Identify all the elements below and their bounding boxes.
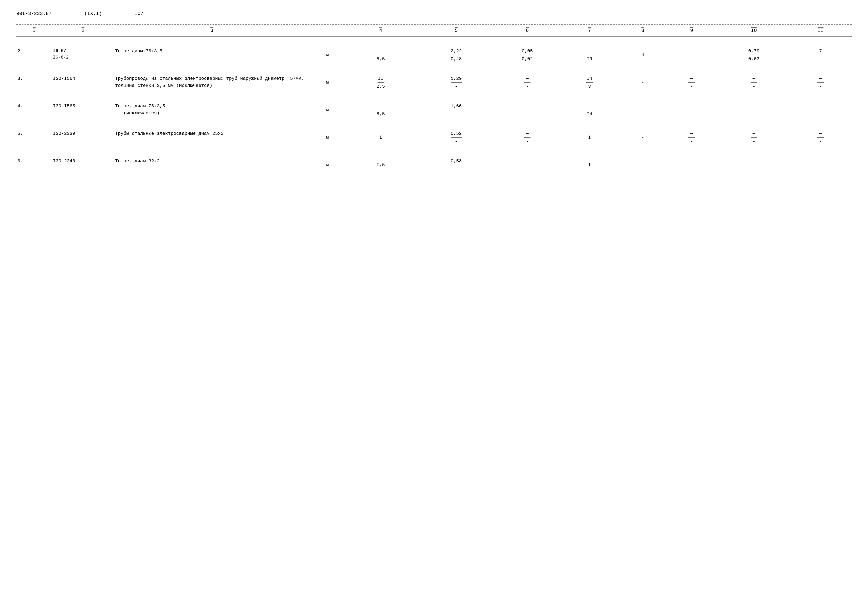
col-header-2: 2 xyxy=(52,25,114,36)
row-col4: — 8,5 xyxy=(345,46,416,64)
row-desc: То же, диам.76х3,5 (исключается) xyxy=(114,101,310,119)
row-col10: — - xyxy=(718,101,789,119)
row-col6: — - xyxy=(496,129,558,146)
row-col4: — 8,5 xyxy=(345,101,416,119)
row-col9: — - xyxy=(665,129,718,146)
row-num: 2 xyxy=(16,46,52,64)
row-col6: — - xyxy=(496,101,558,119)
page-header: 90I-3-233.87 (IX.I) I07 xyxy=(16,11,852,16)
row-num: 6. xyxy=(16,156,52,174)
row-col9: — - xyxy=(665,46,718,64)
row-col11: 7 - xyxy=(789,46,852,64)
row-col9: — - xyxy=(665,73,718,91)
col-header-9: 9 xyxy=(665,25,718,36)
row-code: I6-67I6-8-2 xyxy=(52,46,114,64)
col-header-10: IO xyxy=(718,25,789,36)
row-code: I30-I565 xyxy=(52,101,114,119)
section: (IX.I) xyxy=(84,11,102,16)
doc-number: 90I-3-233.87 xyxy=(16,11,52,16)
row-desc: Трубопроводы из стальных электросварных … xyxy=(114,73,310,91)
row-col7: I xyxy=(558,129,621,146)
row-code: I30-2340 xyxy=(52,156,114,174)
row-num: 5. xyxy=(16,129,52,146)
row-col5: 0,58 - xyxy=(416,156,496,174)
col-header-7: 7 xyxy=(558,25,621,36)
row-col8: 4 xyxy=(621,46,665,64)
row-col7: — I9 xyxy=(558,46,621,64)
col-header-1: I xyxy=(16,25,52,36)
main-table: I 2 3 4 5 6 7 8 9 IO II 2 I6-67I6-8-2 То… xyxy=(16,25,852,183)
row-col10: — - xyxy=(718,129,789,146)
page-number: I07 xyxy=(135,11,143,16)
row-col11: — - xyxy=(789,101,852,119)
col-header-11: II xyxy=(789,25,852,36)
row-col4: I xyxy=(345,129,416,146)
row-col5: 0,52 - xyxy=(416,129,496,146)
row-col5: 2,22 0,48 xyxy=(416,46,496,64)
row-unit: м xyxy=(310,129,345,146)
row-num: 4. xyxy=(16,101,52,119)
col-header-6: 6 xyxy=(496,25,558,36)
row-col6: 0,05 0,02 xyxy=(496,46,558,64)
row-col10: — - xyxy=(718,73,789,91)
row-col4: I,5 xyxy=(345,156,416,174)
row-desc: То же, диам.32х2 xyxy=(114,156,310,174)
row-unit: м xyxy=(310,46,345,64)
row-col6: — - xyxy=(496,73,558,91)
row-col8: - xyxy=(621,156,665,174)
row-col8: - xyxy=(621,101,665,119)
row-col11: — - xyxy=(789,156,852,174)
table-row: 6. I30-2340 То же, диам.32х2 м I,5 0,58 … xyxy=(16,156,852,174)
row-col10: 0,79 0,03 xyxy=(718,46,789,64)
row-col7: I4 3 xyxy=(558,73,621,91)
col-header-3: 3 xyxy=(114,25,310,36)
row-col4: II 2,5 xyxy=(345,73,416,91)
row-col9: — - xyxy=(665,156,718,174)
row-col6: — - xyxy=(496,156,558,174)
column-header-row: I 2 3 4 5 6 7 8 9 IO II xyxy=(16,25,852,36)
row-col10: — - xyxy=(718,156,789,174)
col-header-4: 4 xyxy=(345,25,416,36)
table-row: 3. I30-I564 Трубопроводы из стальных эле… xyxy=(16,73,852,91)
row-desc: Трубы стальные электросварные диам.25х2 xyxy=(114,129,310,146)
row-col9: — - xyxy=(665,101,718,119)
row-col11: — - xyxy=(789,73,852,91)
col-header-unit xyxy=(310,25,345,36)
row-col7: I xyxy=(558,156,621,174)
row-code: I30-2339 xyxy=(52,129,114,146)
row-col5: 1,66 - xyxy=(416,101,496,119)
table-row: 4. I30-I565 То же, диам.76х3,5 (исключае… xyxy=(16,101,852,119)
row-col8: - xyxy=(621,73,665,91)
row-unit: м xyxy=(310,156,345,174)
row-code: I30-I564 xyxy=(52,73,114,91)
row-desc: То же диам.76х3,5 xyxy=(114,46,310,64)
row-col11: — - xyxy=(789,129,852,146)
table-row: 5. I30-2339 Трубы стальные электросварны… xyxy=(16,129,852,146)
row-unit: м xyxy=(310,101,345,119)
col-header-8: 8 xyxy=(621,25,665,36)
col-header-5: 5 xyxy=(416,25,496,36)
table-row: 2 I6-67I6-8-2 То же диам.76х3,5 м — 8,5 … xyxy=(16,46,852,64)
row-col8: - xyxy=(621,129,665,146)
row-col7: — I4 xyxy=(558,101,621,119)
row-col5: 1,29 - xyxy=(416,73,496,91)
row-unit: м xyxy=(310,73,345,91)
row-num: 3. xyxy=(16,73,52,91)
